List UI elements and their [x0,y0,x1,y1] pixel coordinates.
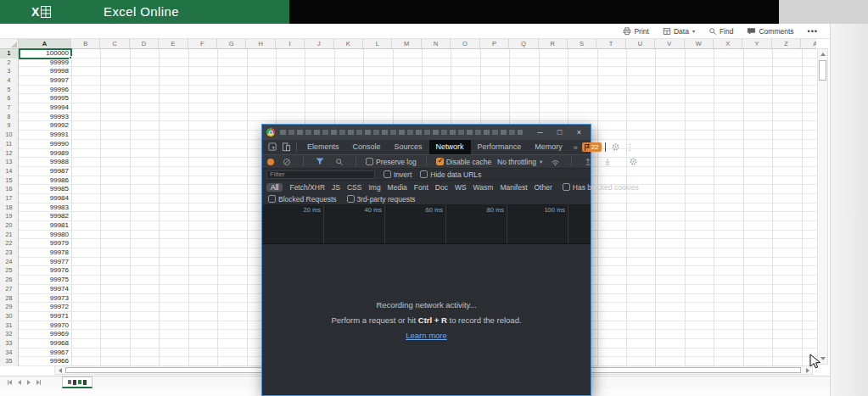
find-button[interactable]: Find [708,27,734,36]
network-search-button[interactable] [333,155,346,169]
filter-pill-manifest[interactable]: Manifest [500,183,527,192]
has-blocked-cookies-checkbox[interactable] [563,183,570,191]
cell-a24[interactable]: 99977 [19,258,69,267]
column-header-a[interactable]: A [19,39,71,48]
row-header-17[interactable]: 17 [0,194,18,204]
row-header-18[interactable]: 18 [0,204,18,213]
column-header-aa-partial[interactable]: A [801,39,816,48]
cell-a34[interactable]: 99967 [19,349,69,358]
cell-a27[interactable]: 99974 [19,285,69,294]
tab-performance[interactable]: Performance [471,140,529,154]
network-conditions-button[interactable] [548,155,562,169]
cell-a20[interactable]: 99981 [19,221,69,231]
filter-pill-img[interactable]: Img [368,183,380,192]
cell-a15[interactable]: 99986 [19,176,69,186]
filter-input[interactable] [266,170,375,179]
row-header-1[interactable]: 1 [0,49,18,59]
column-header-h[interactable]: H [246,39,275,48]
settings-gear-button[interactable] [609,141,623,154]
active-sheet-tab[interactable] [62,376,92,388]
cell-a2[interactable]: 99999 [19,59,69,68]
devtools-titlebar[interactable]: ─ □ × [262,125,591,140]
row-header-35[interactable]: 35 [0,357,18,366]
cell-a8[interactable]: 99993 [19,113,69,122]
column-header-k[interactable]: K [334,39,363,48]
row-header-2[interactable]: 2 [0,59,18,68]
row-header-8[interactable]: 8 [0,113,18,122]
column-header-i[interactable]: I [276,39,305,48]
row-header-3[interactable]: 3 [0,67,18,76]
cell-a28[interactable]: 99973 [19,294,69,304]
import-har-button[interactable] [581,155,595,169]
row-header-28[interactable]: 28 [0,294,18,304]
column-header-z[interactable]: Z [772,39,801,48]
row-header-22[interactable]: 22 [0,239,18,248]
filter-pill-doc[interactable]: Doc [435,183,448,192]
cell-a7[interactable]: 99994 [19,103,69,113]
column-header-b[interactable]: B [71,39,100,48]
filter-pill-other[interactable]: Other [535,183,552,192]
row-header-27[interactable]: 27 [0,285,18,294]
row-header-24[interactable]: 24 [0,258,18,267]
fill-handle[interactable] [69,56,72,59]
row-header-31[interactable]: 31 [0,321,18,331]
row-header-13[interactable]: 13 [0,158,18,167]
column-header-q[interactable]: Q [509,39,538,48]
record-button[interactable] [267,159,274,165]
row-header-20[interactable]: 20 [0,221,18,231]
column-header-m[interactable]: M [392,39,421,48]
cell-a13[interactable]: 99988 [19,158,69,167]
filter-pill-js[interactable]: JS [332,183,340,192]
issues-badge[interactable]: 22 [582,142,602,152]
filter-pill-css[interactable]: CSS [347,183,361,192]
invert-checkbox[interactable] [384,170,391,178]
print-button[interactable]: Print [623,27,648,36]
cell-a5[interactable]: 99996 [19,86,69,95]
column-header-j[interactable]: J [305,39,333,48]
row-header-9[interactable]: 9 [0,121,18,131]
tab-memory[interactable]: Memory [528,140,569,154]
network-timeline-overview[interactable]: 20 ms40 ms60 ms80 ms100 ms [262,205,591,244]
blocked-requests-toggle[interactable]: Blocked Requests [268,195,337,204]
column-header-g[interactable]: G [217,39,246,48]
clear-button[interactable] [280,155,294,169]
column-header-r[interactable]: R [539,39,568,48]
column-header-p[interactable]: P [480,39,509,48]
cell-a11[interactable]: 99990 [19,140,69,149]
tab-console[interactable]: Console [346,140,388,154]
next-sheet-button[interactable] [27,380,31,385]
kebab-menu-button[interactable]: ⋮ [623,142,638,152]
column-header-e[interactable]: E [159,39,188,48]
select-all-corner[interactable] [0,39,19,48]
row-header-16[interactable]: 16 [0,185,18,194]
cell-a19[interactable]: 99982 [19,212,69,221]
scroll-left-button[interactable] [55,366,64,374]
cell-a16[interactable]: 99985 [19,185,69,194]
row-header-10[interactable]: 10 [0,131,18,140]
cell-a9[interactable]: 99992 [19,121,69,131]
vertical-scrollbar[interactable] [817,48,828,365]
tab-network[interactable]: Network [429,140,471,154]
third-party-toggle[interactable]: 3rd-party requests [347,195,416,204]
filter-pill-font[interactable]: Font [414,183,428,192]
filter-pill-wasm[interactable]: Wasm [473,183,494,192]
filter-pill-all[interactable]: All [266,183,283,192]
cell-a25[interactable]: 99976 [19,266,69,276]
column-header-y[interactable]: Y [742,39,771,48]
filter-pill-fetch-xhr[interactable]: Fetch/XHR [289,183,325,192]
column-header-o[interactable]: O [451,39,479,48]
maximize-button[interactable]: □ [552,125,567,140]
scroll-up-button[interactable] [818,49,827,59]
row-header-32[interactable]: 32 [0,330,18,339]
invert-toggle[interactable]: Invert [384,170,412,179]
row-header-6[interactable]: 6 [0,94,18,103]
inspect-element-button[interactable] [266,141,279,154]
data-menu-button[interactable]: Data ▾ [663,27,695,36]
column-header-l[interactable]: L [363,39,392,48]
cell-a23[interactable]: 99978 [19,248,69,258]
tab-sources[interactable]: Sources [388,140,429,154]
filter-pill-media[interactable]: Media [388,183,407,192]
hide-data-urls-toggle[interactable]: Hide data URLs [420,170,481,179]
vertical-scroll-thumb[interactable] [819,60,826,81]
column-header-d[interactable]: D [130,39,159,48]
